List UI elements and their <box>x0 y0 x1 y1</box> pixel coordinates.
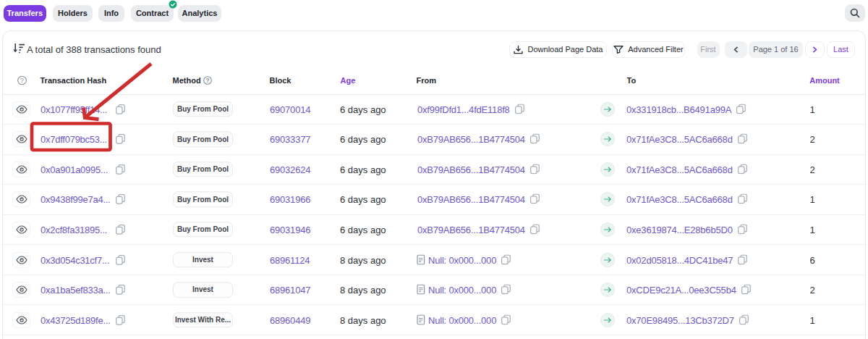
svg-text:?: ? <box>205 78 209 84</box>
